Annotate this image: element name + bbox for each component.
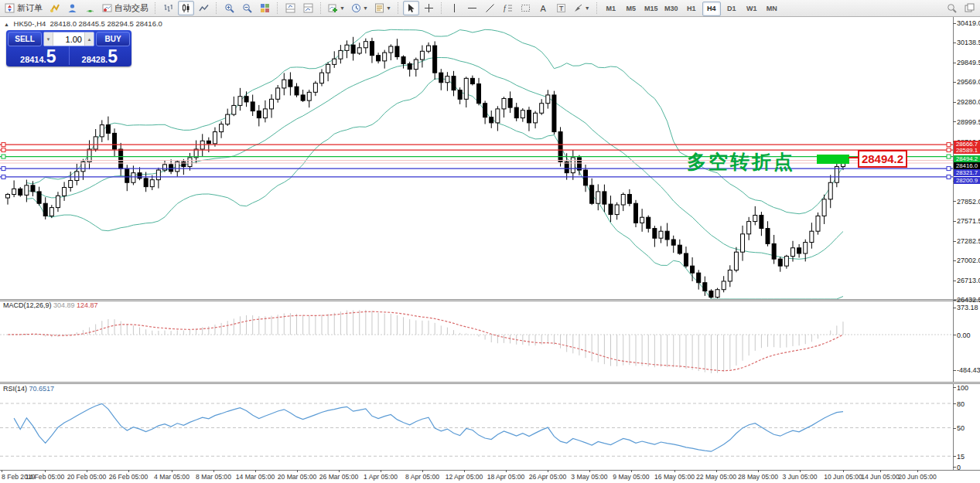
line-handle [947, 167, 951, 171]
time-axis-tick [716, 470, 717, 472]
sell-price-big-digit: 5 [46, 49, 56, 64]
time-axis-label[interactable]: 18 Apr 05:00 [487, 473, 525, 481]
macd-histogram [8, 310, 843, 373]
line-handle [947, 148, 951, 152]
price-axis-tick [953, 121, 956, 122]
time-axis-tick [297, 470, 298, 472]
time-axis-tick [339, 470, 340, 472]
price-axis-tick [953, 23, 956, 24]
line-handle [2, 143, 5, 147]
time-axis-tick [631, 470, 632, 472]
level-lines[interactable] [0, 143, 953, 179]
macd-axis-tick [953, 308, 956, 308]
time-axis-label[interactable]: 26 Mar 05:00 [319, 473, 359, 481]
volume-down-icon[interactable]: ▼ [44, 32, 53, 46]
time-axis-label[interactable]: 20 Mar 05:00 [278, 473, 317, 481]
collapse-trade-panel-icon[interactable]: ▲ [4, 22, 9, 27]
rsi-axis-label: 0 [957, 464, 961, 471]
time-axis-label[interactable]: 26 Feb 05:00 [109, 473, 149, 481]
price-axis-label: 29569.0 [957, 78, 980, 86]
time-axis-label[interactable]: 9 May 05:00 [613, 473, 649, 481]
price-axis-label: 26432.5 [957, 296, 980, 304]
rsi-axis-tick [953, 387, 956, 388]
bid-price-chip: 28416.0 [954, 162, 980, 169]
time-axis-label[interactable]: 14 Jun 05:00 [861, 473, 900, 481]
chart-canvas[interactable] [0, 0, 980, 483]
time-axis-label[interactable]: 14 Feb 05:00 [26, 473, 65, 481]
time-axis-label[interactable]: 3 Jun 05:00 [783, 473, 818, 481]
time-axis-label[interactable]: 8 Mar 05:00 [196, 473, 231, 481]
time-axis-tick [87, 470, 87, 472]
price-axis-tick [953, 102, 956, 103]
level-price-chip: 28200.9 [954, 177, 980, 184]
macd-label: MACD(12,26,9) 304.89 124.87 [3, 301, 98, 309]
time-axis-tick [172, 470, 172, 472]
price-axis-tick [953, 221, 956, 222]
level-price-chip: 28589.1 [954, 147, 980, 154]
buy-price-main: 28428. [82, 55, 108, 64]
time-axis-tick [381, 470, 381, 472]
time-axis-border [0, 470, 980, 471]
time-axis-label[interactable]: 12 Apr 05:00 [446, 473, 483, 481]
annotation-rectangle[interactable] [817, 155, 849, 164]
time-axis-label[interactable]: 22 May 05:00 [696, 473, 736, 481]
price-axis-label: 28999.5 [957, 118, 980, 126]
time-axis-label[interactable]: 26 Apr 05:00 [529, 473, 567, 481]
line-handle [947, 175, 951, 179]
time-axis-label[interactable]: 20 Feb 05:00 [67, 473, 107, 481]
annotation-pointer-line [849, 157, 858, 158]
time-axis-tick [422, 470, 423, 472]
annotation-price-box[interactable]: 28494.2 [858, 150, 907, 168]
time-axis-tick [506, 470, 507, 472]
price-axis-border [953, 17, 954, 471]
price-axis-label: 27002.0 [957, 257, 980, 264]
time-axis-label[interactable]: 3 May 05:00 [571, 473, 607, 481]
price-axis-tick [953, 241, 956, 242]
time-axis-tick [548, 470, 548, 472]
time-axis-tick [674, 470, 675, 472]
time-axis-tick [917, 470, 918, 472]
macd-signal-value: 124.87 [77, 301, 98, 309]
pane-splitter-rsi[interactable] [0, 382, 980, 384]
volume-up-icon[interactable]: ▲ [84, 32, 94, 46]
time-axis-tick [45, 470, 46, 472]
time-axis-label[interactable]: 8 Apr 05:00 [405, 473, 439, 481]
line-handle [2, 148, 5, 152]
price-axis-tick [953, 281, 956, 281]
time-axis-label[interactable]: 28 May 05:00 [738, 473, 778, 481]
time-axis-label[interactable]: 14 Mar 05:00 [236, 473, 275, 481]
ohlc-readout: 28418.0 28445.5 28294.5 28416.0 [50, 19, 162, 28]
level-price-chip: 28321.7 [954, 169, 980, 176]
time-axis-tick [589, 470, 590, 472]
line-handle [2, 167, 5, 171]
time-axis-label[interactable]: 16 May 05:00 [654, 473, 695, 481]
time-axis-tick [128, 470, 129, 472]
price-axis-tick [953, 201, 956, 202]
time-axis-label[interactable]: 1 Apr 05:00 [364, 473, 398, 481]
time-axis-label[interactable]: 20 Jun 05:00 [898, 473, 937, 481]
macd-axis-label: 0.00 [957, 332, 971, 339]
time-axis-tick [255, 470, 256, 472]
volume-value[interactable]: 1.00 [53, 32, 84, 46]
macd-name: MACD(12,26,9) [3, 301, 52, 309]
pane-splitter-macd[interactable] [0, 299, 980, 301]
volume-field[interactable]: ▼ 1.00 ▲ [43, 32, 94, 46]
price-axis-tick [953, 43, 956, 43]
macd-axis-tick [953, 370, 956, 371]
time-axis-label[interactable]: 4 Mar 05:00 [154, 473, 190, 481]
sell-price[interactable]: 28414.5 [8, 46, 69, 65]
rsi-axis-tick [953, 403, 956, 404]
time-axis-tick [880, 470, 881, 472]
buy-price[interactable]: 28428.5 [70, 46, 131, 65]
macd-axis-tick [953, 335, 956, 335]
annotation-text[interactable]: 多空转折点 [687, 149, 795, 175]
line-handle [947, 143, 951, 147]
buy-button[interactable]: BUY [96, 32, 130, 46]
rsi-name: RSI(14) [3, 385, 27, 393]
price-axis-tick [953, 260, 956, 261]
time-axis-tick [213, 470, 214, 472]
time-axis-label[interactable]: 10 Jun 05:00 [824, 473, 862, 481]
price-axis-label: 29280.0 [957, 98, 980, 106]
sell-button[interactable]: SELL [8, 32, 42, 46]
sell-price-main: 28414. [20, 55, 46, 64]
